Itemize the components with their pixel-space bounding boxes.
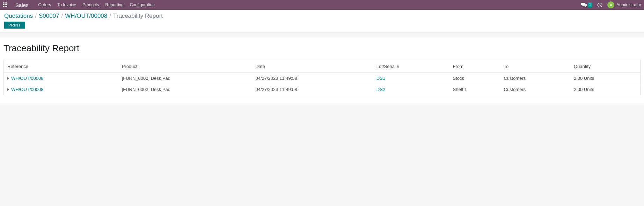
lot-link[interactable]: DS1 (376, 76, 385, 81)
svg-rect-5 (6, 4, 7, 5)
th-reference: Reference (4, 60, 118, 73)
print-button[interactable]: PRINT (4, 22, 25, 29)
svg-rect-7 (5, 6, 6, 7)
svg-rect-6 (3, 6, 4, 7)
cell-from: Stock (449, 73, 500, 84)
svg-rect-0 (3, 2, 4, 3)
th-to: To (500, 60, 570, 73)
svg-rect-3 (3, 4, 4, 5)
report-content: Traceability Report Reference Product Da… (0, 37, 644, 104)
reference-link[interactable]: WH/OUT/00008 (11, 76, 43, 81)
nav-reporting[interactable]: Reporting (105, 2, 124, 7)
expand-caret-icon[interactable] (7, 77, 9, 80)
chat-badge: 1 (588, 2, 593, 7)
user-name: Administrator (616, 2, 641, 7)
breadcrumb-sep: / (35, 13, 37, 20)
expand-caret-icon[interactable] (7, 88, 9, 91)
th-lot: Lot/Serial # (373, 60, 449, 73)
cell-quantity: 2.00 Units (570, 84, 641, 95)
table-row: WH/OUT/00008 [FURN_0002] Desk Pad 04/27/… (4, 73, 641, 84)
cell-date: 04/27/2023 11:49:58 (252, 73, 373, 84)
breadcrumb-s00007[interactable]: S00007 (39, 13, 59, 20)
main-navbar: Sales Orders To Invoice Products Reporti… (0, 0, 644, 10)
breadcrumb-current: Traceability Report (113, 13, 163, 20)
svg-rect-1 (5, 2, 6, 3)
table-row: WH/OUT/00008 [FURN_0002] Desk Pad 04/27/… (4, 84, 641, 95)
cell-quantity: 2.00 Units (570, 73, 641, 84)
apps-icon[interactable] (3, 2, 8, 7)
avatar: A (607, 1, 614, 8)
cell-date: 04/27/2023 11:49:58 (252, 84, 373, 95)
nav-products[interactable]: Products (82, 2, 99, 7)
chat-icon[interactable]: 1 (581, 2, 593, 7)
nav-orders[interactable]: Orders (38, 2, 51, 7)
breadcrumb: Quotations / S00007 / WH/OUT/00008 / Tra… (4, 13, 640, 20)
reference-link[interactable]: WH/OUT/00008 (11, 87, 43, 92)
th-product: Product (118, 60, 252, 73)
th-from: From (449, 60, 500, 73)
breadcrumb-quotations[interactable]: Quotations (4, 13, 33, 20)
cell-product: [FURN_0002] Desk Pad (118, 73, 252, 84)
svg-rect-4 (5, 4, 6, 5)
traceability-table: Reference Product Date Lot/Serial # From… (3, 60, 641, 95)
nav-configuration[interactable]: Configuration (130, 2, 155, 7)
th-quantity: Quantity (570, 60, 641, 73)
app-name[interactable]: Sales (15, 2, 29, 8)
breadcrumb-sep: / (61, 13, 63, 20)
svg-rect-2 (6, 2, 7, 3)
cell-product: [FURN_0002] Desk Pad (118, 84, 252, 95)
cell-to: Customers (500, 84, 570, 95)
lot-link[interactable]: DS2 (376, 87, 385, 92)
cell-to: Customers (500, 73, 570, 84)
breadcrumb-whout00008[interactable]: WH/OUT/00008 (65, 13, 107, 20)
cell-from: Shelf 1 (449, 84, 500, 95)
breadcrumb-sep: / (109, 13, 111, 20)
control-panel: Quotations / S00007 / WH/OUT/00008 / Tra… (0, 10, 644, 32)
user-menu[interactable]: A Administrator (607, 1, 641, 8)
th-date: Date (252, 60, 373, 73)
page-title: Traceability Report (3, 43, 641, 60)
svg-rect-8 (6, 6, 7, 7)
activity-icon[interactable] (597, 2, 602, 8)
nav-to-invoice[interactable]: To Invoice (57, 2, 76, 7)
